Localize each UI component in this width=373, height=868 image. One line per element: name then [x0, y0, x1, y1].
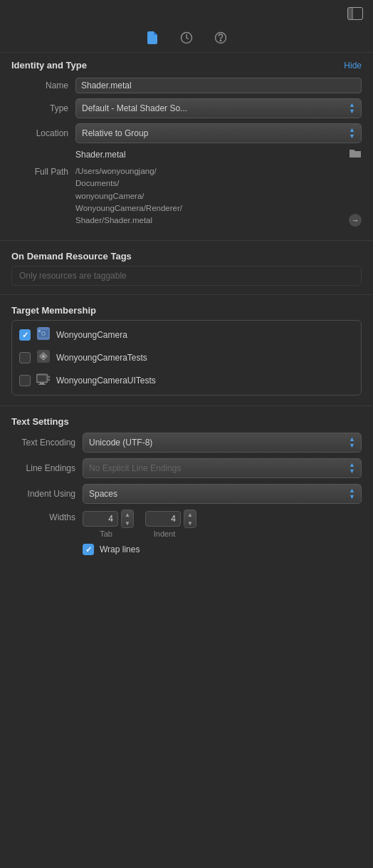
checkbox-wonyoungcamerauitests[interactable]	[19, 375, 31, 386]
tab-history[interactable]	[179, 31, 194, 45]
filename-value: Shader.metal	[75, 150, 339, 160]
target-membership-section: Target Membership WonyoungCamera	[0, 301, 373, 400]
checkbox-wonyoungcameratests[interactable]	[19, 352, 31, 363]
target-membership-title: Target Membership	[11, 305, 362, 316]
divider-3	[0, 405, 373, 406]
on-demand-title: On Demand Resource Tags	[11, 251, 362, 262]
divider-1	[0, 240, 373, 241]
encoding-arrows: ▲ ▼	[349, 436, 355, 449]
location-row: Location Relative to Group ▲ ▼	[11, 123, 362, 143]
location-value: Relative to Group	[82, 128, 148, 138]
widths-row: Widths ▲ ▼ ▲ ▼	[11, 510, 362, 538]
full-path-row: Full Path /Users/wonyoungjang/ Documents…	[11, 165, 362, 227]
tab-stepper-down[interactable]: ▼	[122, 519, 133, 527]
encoding-label: Text Encoding	[11, 438, 83, 448]
widths-controls: ▲ ▼ ▲ ▼ Tab Indent	[83, 510, 362, 538]
indent-stepper-up[interactable]: ▲	[184, 510, 196, 519]
indent-arrows: ▲ ▼	[349, 487, 355, 500]
tab-file[interactable]	[145, 31, 159, 45]
text-settings-title: Text Settings	[11, 416, 362, 427]
text-settings-section: Text Settings Text Encoding Unicode (UTF…	[0, 412, 373, 562]
svg-rect-10	[38, 330, 41, 332]
line-endings-select[interactable]: No Explicit Line Endings ▲ ▼	[83, 458, 362, 478]
svg-rect-17	[48, 376, 50, 378]
svg-rect-2	[348, 8, 352, 19]
name-label: Name	[11, 81, 75, 91]
full-path-value: /Users/wonyoungjang/ Documents/ wonyoung…	[75, 165, 343, 227]
location-label: Location	[11, 128, 75, 138]
wrap-lines-label: Wrap lines	[100, 544, 140, 554]
tab-sublabel: Tab	[83, 529, 130, 538]
filename-row: Shader.metal	[11, 148, 362, 160]
identity-title: Identity and Type	[11, 60, 87, 71]
wonyoungcamerauitests-icon	[36, 373, 51, 388]
checkbox-wonyoungcamera[interactable]	[19, 329, 31, 341]
encoding-row: Text Encoding Unicode (UTF-8) ▲ ▼	[11, 433, 362, 453]
indent-stepper-down[interactable]: ▼	[184, 519, 196, 527]
indent-stepper: ▲ ▼	[145, 510, 196, 528]
widths-sublabels: Tab Indent	[83, 529, 362, 538]
on-demand-section: On Demand Resource Tags Only resources a…	[0, 247, 373, 289]
wonyoungcamera-icon	[36, 327, 51, 343]
sidebar-toggle-button[interactable]	[347, 7, 363, 22]
list-item: WonyoungCameraUITests	[12, 369, 361, 392]
list-item: WonyoungCameraTests	[12, 346, 361, 369]
indent-using-row: Indent Using Spaces ▲ ▼	[11, 484, 362, 504]
location-arrows: ▲ ▼	[349, 127, 355, 140]
svg-rect-16	[38, 384, 46, 385]
indent-using-label: Indent Using	[11, 489, 83, 499]
tab-stepper: ▲ ▼	[83, 510, 134, 528]
indent-sublabel: Indent	[141, 529, 188, 538]
wonyoungcameratests-icon	[36, 350, 51, 366]
folder-icon[interactable]	[349, 148, 362, 160]
line-endings-row: Line Endings No Explicit Line Endings ▲ …	[11, 458, 362, 478]
name-input[interactable]	[75, 78, 362, 93]
indent-stepper-arrows[interactable]: ▲ ▼	[184, 510, 196, 528]
svg-rect-15	[40, 383, 44, 384]
wonyoungcamera-name: WonyoungCamera	[56, 330, 127, 340]
line-endings-label: Line Endings	[11, 463, 83, 473]
svg-point-12	[42, 355, 45, 358]
svg-point-5	[220, 40, 221, 41]
line-endings-arrows: ▲ ▼	[349, 462, 355, 475]
tab-bar	[0, 26, 373, 53]
identity-form: Name Type Default - Metal Shader So... ▲…	[0, 75, 373, 234]
widths-inputs: ▲ ▼ ▲ ▼	[83, 510, 362, 528]
svg-point-9	[43, 333, 45, 335]
indent-using-value: Spaces	[89, 489, 117, 499]
widths-label: Widths	[11, 510, 83, 522]
membership-list: WonyoungCamera WonyoungCameraTests	[11, 320, 362, 396]
line-endings-value: No Explicit Line Endings	[89, 463, 181, 473]
wrap-lines-row: Wrap lines	[11, 541, 362, 558]
navigate-icon[interactable]: →	[349, 214, 362, 227]
tab-width-input[interactable]	[83, 511, 118, 527]
location-select[interactable]: Relative to Group ▲ ▼	[75, 123, 362, 143]
wonyoungcameratests-name: WonyoungCameraTests	[56, 353, 147, 363]
tab-stepper-up[interactable]: ▲	[122, 510, 133, 519]
svg-rect-14	[38, 376, 46, 381]
type-select[interactable]: Default - Metal Shader So... ▲ ▼	[75, 98, 362, 118]
top-bar	[0, 0, 373, 26]
encoding-value: Unicode (UTF-8)	[89, 438, 152, 448]
tags-placeholder: Only resources are taggable	[11, 266, 362, 286]
full-path-label: Full Path	[11, 165, 75, 177]
identity-section-header: Identity and Type Hide	[0, 53, 373, 75]
tab-stepper-arrows[interactable]: ▲ ▼	[121, 510, 134, 528]
divider-2	[0, 294, 373, 295]
tab-help[interactable]	[214, 31, 228, 45]
type-arrows: ▲ ▼	[349, 102, 355, 115]
type-row: Type Default - Metal Shader So... ▲ ▼	[11, 98, 362, 118]
type-label: Type	[11, 103, 75, 113]
type-value: Default - Metal Shader So...	[82, 103, 187, 113]
svg-rect-18	[48, 379, 50, 381]
list-item: WonyoungCamera	[12, 324, 361, 346]
indent-using-select[interactable]: Spaces ▲ ▼	[83, 484, 362, 504]
wonyoungcamerauitests-name: WonyoungCameraUITests	[56, 376, 156, 386]
indent-width-input[interactable]	[145, 511, 181, 527]
hide-button[interactable]: Hide	[344, 61, 362, 71]
wrap-lines-checkbox[interactable]	[83, 544, 94, 555]
encoding-select[interactable]: Unicode (UTF-8) ▲ ▼	[83, 433, 362, 453]
name-row: Name	[11, 78, 362, 93]
